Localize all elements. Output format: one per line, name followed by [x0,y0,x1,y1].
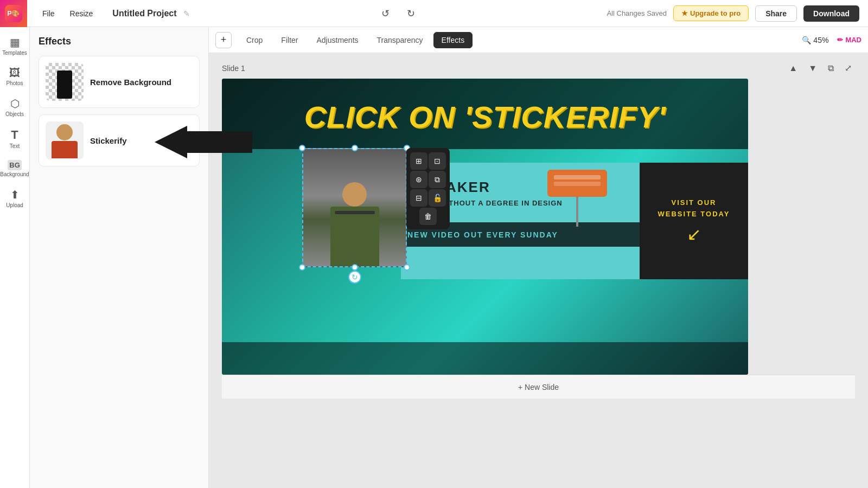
ctx-row-1: ⊞ ⊡ [409,152,448,170]
canvas-bottom-dark [222,342,748,375]
tab-transparency[interactable]: Transparency [369,32,431,48]
context-menu: ⊞ ⊡ ⊛ ⧉ ⊟ 🔓 🗑 [406,148,450,229]
handle-bottom-mid[interactable] [352,264,358,271]
selected-image-container[interactable]: ↻ [302,148,407,267]
handle-bottom-left[interactable] [299,264,305,271]
project-title[interactable]: Untitled Project [108,7,181,21]
logo-mark: P🎨 [5,5,22,22]
sidebar-item-objects[interactable]: ⬡ Objects [1,93,28,121]
sidebar-item-photos[interactable]: 🖼 Photos [1,62,28,91]
tab-crop[interactable]: Crop [238,32,271,48]
new-slide-bar[interactable]: + New Slide [222,375,855,399]
ctx-row-4: 🗑 [409,208,448,225]
ctx-layers-button[interactable]: ⧉ [429,171,446,188]
stickerify-thumb [46,121,84,159]
upload-icon: ⬆ [10,188,20,201]
ctx-copy-button[interactable]: ⊟ [410,189,427,207]
objects-icon: ⬡ [10,97,20,110]
sidebar-item-templates[interactable]: ▦ Templates [1,31,28,60]
ctx-row-3: ⊟ 🔓 [409,189,448,207]
mad-label-text: MAD [845,36,861,44]
zoom-icon: 🔍 [802,36,811,44]
ctx-select-button[interactable]: ⊞ [410,152,427,170]
add-button[interactable]: + [215,32,232,48]
sidebar-label-templates: Templates [2,50,27,56]
photos-icon: 🖼 [9,67,20,79]
star-icon: ★ [681,9,688,17]
zoom-value: 45% [813,36,828,44]
rotate-handle[interactable]: ↻ [348,271,361,284]
canvas-area: + Crop Filter Adjustments Transparency E… [209,27,868,488]
person-body [330,207,379,266]
arrow-svg [155,126,263,158]
slide-expand-button[interactable]: ⤢ [841,62,855,74]
roller-stripe2 [554,182,601,186]
file-menu[interactable]: File [36,6,61,21]
stickerify-preview [46,121,84,159]
icon-sidebar: ▦ Templates 🖼 Photos ⬡ Objects T Text BG… [0,27,30,488]
tab-effects[interactable]: Effects [433,32,473,48]
new-slide-text: + New Slide [518,383,559,391]
stickerify-label: Stickerify [90,136,127,145]
slide-name: Slide 1 [222,64,245,73]
topbar: P🎨 File Resize Untitled Project ✎ ↺ ↻ Al… [0,0,868,27]
share-button[interactable]: Share [755,5,797,22]
right-panel: VISIT OURWEBSITE TODAY ↙ [640,163,748,279]
slide-down-button[interactable]: ▼ [805,62,820,74]
roller-stripe [554,175,601,179]
handle-bottom-right[interactable] [404,264,410,271]
slide-copy-button[interactable]: ⧉ [825,62,837,74]
roller-handle [576,197,578,227]
tab-filter[interactable]: Filter [273,32,306,48]
sidebar-item-upload[interactable]: ⬆ Upload [1,184,28,213]
remove-background-item[interactable]: Remove Background [39,56,200,108]
slide-up-button[interactable]: ▲ [786,62,801,74]
effects-panel-title: Effects [39,36,200,47]
download-button[interactable]: Download [803,5,859,22]
redo-button[interactable]: ↻ [403,5,419,22]
topbar-menu: File Resize [27,6,108,21]
ctx-delete-button[interactable]: 🗑 [419,208,437,225]
svg-marker-0 [155,126,252,158]
toolbar-right: 🔍 45% ✏ MAD [802,36,861,44]
main-layout: ▦ Templates 🖼 Photos ⬡ Objects T Text BG… [0,27,868,488]
upgrade-button[interactable]: ★ Upgrade to pro [673,5,749,21]
canvas-headline: CLICK ON 'STICKERIFY' [304,99,666,134]
edit-icon[interactable]: ✎ [183,9,190,18]
saved-status: All Changes Saved [607,9,667,17]
right-panel-arrow: ↙ [687,224,701,245]
big-arrow-annotation [155,126,263,158]
handle-top-left[interactable] [299,145,305,151]
slide-controls: ▲ ▼ ⧉ ⤢ [786,62,855,74]
sidebar-item-text[interactable]: T Text [1,124,28,153]
paint-roller [547,170,607,227]
topbar-center: ↺ ↻ [190,5,607,22]
ctx-crop-button[interactable]: ⊡ [429,152,446,170]
logo: P🎨 [0,0,27,27]
effects-panel: Effects Remove Background [30,27,209,488]
person-head [342,182,367,207]
sidebar-label-upload: Upload [6,202,23,208]
slide-label: Slide 1 ▲ ▼ ⧉ ⤢ [222,62,855,74]
sidebar-label-objects: Objects [5,111,24,117]
sidebar-item-background[interactable]: BG Background [1,156,28,182]
shirt-stripe [335,211,375,214]
resize-menu[interactable]: Resize [63,6,100,21]
image-toolbar: + Crop Filter Adjustments Transparency E… [209,27,868,53]
topbar-right: All Changes Saved ★ Upgrade to pro Share… [607,5,868,22]
selected-image [302,148,407,267]
remove-background-thumb [46,63,84,101]
bg-checkered [46,63,84,101]
slide-canvas[interactable]: CLICK ON 'STICKERIFY' PICMAKER DESIGN WI… [222,79,748,375]
mad-control[interactable]: ✏ MAD [837,36,861,44]
zoom-control[interactable]: 🔍 45% [802,36,828,44]
ctx-nodes-button[interactable]: ⊛ [410,171,427,188]
tab-adjustments[interactable]: Adjustments [308,32,366,48]
sidebar-label-photos: Photos [6,80,23,86]
ctx-row-2: ⊛ ⧉ [409,171,448,188]
undo-button[interactable]: ↺ [377,5,394,22]
person-figure [330,182,379,266]
ctx-lock-button[interactable]: 🔓 [429,189,446,207]
upgrade-label: Upgrade to pro [690,9,741,17]
handle-top-mid[interactable] [352,145,358,151]
